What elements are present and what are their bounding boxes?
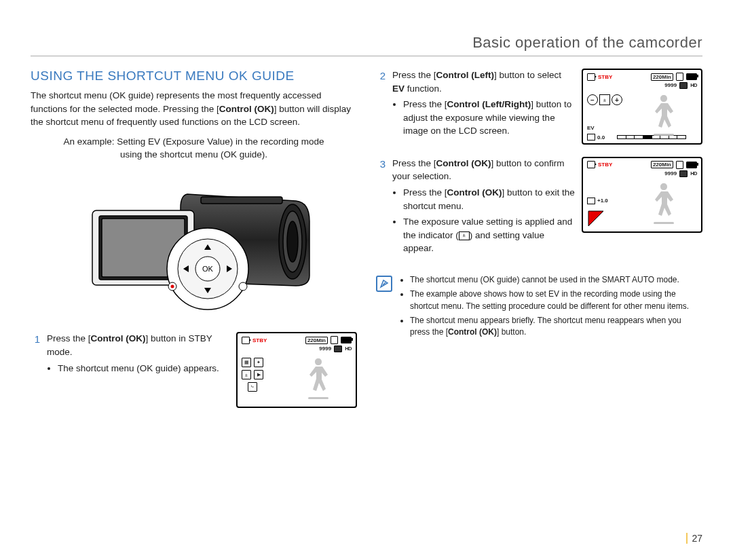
storage-icon	[676, 161, 683, 169]
example-text: An example: Setting EV (Exposure Value) …	[31, 136, 357, 162]
shots-remaining: 9999	[664, 82, 677, 90]
right-column: 2 Press the [Control (Left)] button to s…	[376, 69, 702, 417]
step3-t1: Press the [	[392, 158, 436, 168]
video-mode-icon	[587, 73, 595, 81]
note-1: The shortcut menu (OK guide) cannot be u…	[410, 274, 702, 286]
stby-indicator: STBY	[252, 337, 267, 343]
exposure-indicator-icon	[587, 134, 595, 141]
skater-silhouette	[647, 92, 681, 139]
step3-bullet2: The exposure value setting is applied an…	[403, 215, 575, 255]
step-2: 2 Press the [Control (Left)] button to s…	[376, 69, 575, 141]
okguide-icon-3: ±	[242, 370, 251, 379]
ev-minus-icon: −	[587, 94, 598, 105]
note-icon	[376, 276, 392, 292]
ev-icon: ±	[599, 94, 610, 105]
svg-text:OK: OK	[202, 265, 214, 273]
svg-rect-3	[201, 197, 282, 204]
intro-paragraph: The shortcut menu (OK guide) represents …	[31, 89, 357, 129]
page-header: Basic operation of the camcorder	[31, 34, 702, 56]
okguide-icon-1: ▦	[242, 358, 251, 367]
battery-icon	[341, 337, 352, 343]
ev-value-applied: +1.0	[587, 198, 608, 204]
svg-rect-19	[654, 134, 674, 136]
ev-value-readout: 0.0	[587, 134, 605, 141]
storage-icon	[331, 336, 338, 344]
ev-adjust-control: − ± +	[587, 94, 622, 105]
intro-control-ok: Control (OK)	[219, 104, 274, 114]
lcd-screenshot-2: STBY 220Min 9999 HD − ± +	[582, 69, 702, 145]
svg-rect-21	[654, 222, 674, 224]
page: Basic operation of the camcorder USING T…	[0, 0, 733, 560]
svg-point-2	[287, 221, 298, 262]
svg-rect-18	[308, 397, 328, 399]
remaining-time: 220Min	[305, 337, 328, 344]
lcd-screenshot-3: STBY 220Min 9999 HD +1.0	[582, 157, 702, 233]
note3-b: Control (OK)	[448, 327, 497, 337]
okguide-icon-5: ⤷	[248, 382, 257, 392]
quality-icon	[679, 170, 688, 177]
step-2-number: 2	[376, 69, 386, 141]
step2-bul1a: Press the [	[403, 99, 447, 109]
battery-icon	[686, 162, 697, 168]
camcorder-drawing: OK	[65, 174, 323, 316]
exposure-indicator-icon: ±	[459, 231, 470, 240]
okguide-icon-2: ✦	[254, 358, 263, 367]
hd-icon: HD	[690, 82, 697, 90]
hd-icon: HD	[345, 346, 352, 354]
exposure-indicator-icon	[587, 198, 595, 204]
step-1-body: Press the [Control (OK)] button in STBY …	[47, 332, 229, 377]
left-column: USING THE SHORTCUT MENU OK GUIDE The sho…	[31, 69, 357, 417]
step-2-row: 2 Press the [Control (Left)] button to s…	[376, 69, 702, 147]
ev-plus-icon: +	[612, 94, 622, 105]
ev-value-0: 0.0	[597, 134, 605, 141]
note-2: The example above shows how to set EV in…	[410, 288, 702, 312]
step3-b1: Control (OK)	[436, 158, 491, 168]
red-pointer-icon	[587, 210, 605, 227]
step1-b1: Control (OK)	[91, 333, 146, 343]
remaining-time: 220Min	[651, 161, 673, 168]
video-mode-icon	[587, 161, 595, 168]
stby-indicator: STBY	[598, 74, 612, 80]
step-3-number: 3	[376, 157, 386, 258]
example-line1: An example: Setting EV (Exposure Value) …	[64, 136, 324, 147]
step-3-body: Press the [Control (OK)] button to confi…	[392, 157, 575, 258]
step2-bul1b: Control (Left/Right)	[447, 99, 531, 109]
ok-guide-icons: ▦ ✦ ± ▶ ⤷	[242, 358, 263, 392]
step-3: 3 Press the [Control (OK)] button to con…	[376, 157, 575, 258]
step1-t1: Press the [	[47, 333, 91, 343]
note-3: The shortcut menu appears briefly. The s…	[410, 315, 702, 339]
video-mode-icon	[242, 337, 250, 344]
ev-label: EV	[587, 125, 595, 131]
battery-icon	[686, 73, 697, 80]
quality-icon	[679, 82, 688, 89]
step3-bul1b: Control (OK)	[447, 187, 502, 198]
section-title: USING THE SHORTCUT MENU OK GUIDE	[31, 69, 357, 83]
stby-indicator: STBY	[598, 162, 612, 168]
step-1-row: 1 Press the [Control (OK)] button in STB…	[31, 332, 357, 408]
step2-b2: EV	[392, 83, 405, 94]
step-2-body: Press the [Control (Left)] button to sel…	[392, 69, 575, 141]
shots-remaining: 9999	[664, 170, 677, 179]
step2-t2: ] button to select	[494, 70, 561, 80]
page-number: 27	[686, 533, 702, 544]
step3-bul1a: Press the [	[403, 187, 447, 198]
step1-bullet1: The shortcut menu (OK guide) appears.	[58, 362, 229, 375]
svg-marker-20	[588, 211, 603, 226]
step-1-number: 1	[31, 332, 40, 377]
step-1: 1 Press the [Control (OK)] button in STB…	[31, 332, 229, 377]
notes-block: The shortcut menu (OK guide) cannot be u…	[376, 274, 702, 341]
quality-icon	[334, 346, 342, 352]
skater-silhouette	[647, 180, 681, 227]
shots-remaining: 9999	[319, 346, 331, 354]
step2-bullet1: Press the [Control (Left/Right)] button …	[403, 98, 575, 138]
content-columns: USING THE SHORTCUT MENU OK GUIDE The sho…	[31, 69, 702, 417]
ev-value-plus1: +1.0	[597, 198, 608, 204]
hd-icon: HD	[690, 170, 697, 179]
step3-bullet1: Press the [Control (OK)] button to exit …	[403, 186, 575, 212]
step2-b1: Control (Left)	[436, 70, 494, 80]
svg-point-17	[239, 282, 247, 291]
skater-silhouette	[301, 355, 335, 403]
svg-point-16	[170, 285, 174, 288]
okguide-icon-4: ▶	[254, 370, 263, 379]
lcd-screenshot-1: STBY 220Min 9999 HD ▦ ✦ ±	[236, 332, 357, 408]
